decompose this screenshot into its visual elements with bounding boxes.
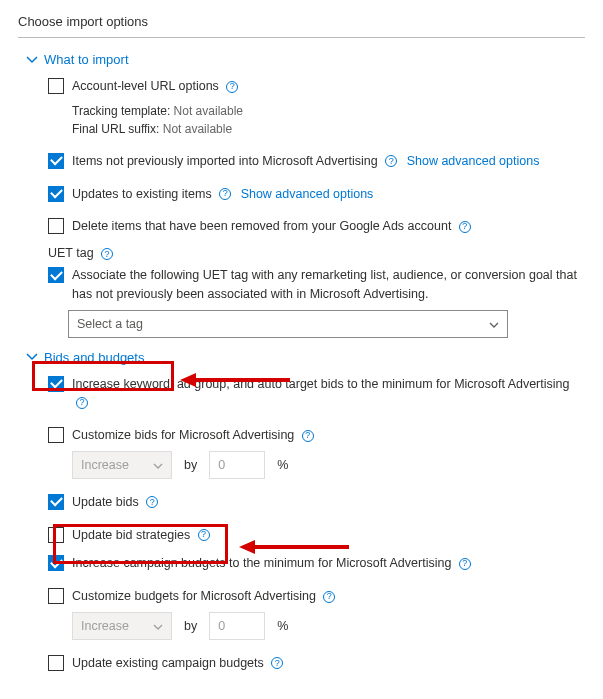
row-increase-budgets: Increase campaign budgets to the minimum… bbox=[48, 554, 585, 573]
checkbox-account-url[interactable] bbox=[48, 78, 64, 94]
checkbox-increase-budgets[interactable] bbox=[48, 555, 64, 571]
select-budget-operation[interactable]: Increase bbox=[72, 612, 172, 640]
help-icon[interactable]: ? bbox=[76, 397, 88, 409]
import-options-panel: Choose import options What to import Acc… bbox=[18, 14, 585, 673]
row-customize-bids: Customize bids for Microsoft Advertising… bbox=[48, 426, 585, 445]
checkbox-updates-existing[interactable] bbox=[48, 186, 64, 202]
help-icon[interactable]: ? bbox=[271, 657, 283, 669]
row-account-url: Account-level URL options ? bbox=[48, 77, 585, 96]
link-show-advanced-2[interactable]: Show advanced options bbox=[241, 187, 374, 201]
help-icon[interactable]: ? bbox=[302, 430, 314, 442]
customize-bids-controls: Increase by 0 % bbox=[72, 451, 585, 479]
label-items-not-imported: Items not previously imported into Micro… bbox=[72, 154, 378, 168]
row-update-bids: Update bids ? bbox=[48, 493, 585, 512]
accordion-bids-budgets[interactable]: Bids and budgets bbox=[26, 350, 585, 365]
row-updates-existing: Updates to existing items ? Show advance… bbox=[48, 185, 585, 204]
row-customize-budgets: Customize budgets for Microsoft Advertis… bbox=[48, 587, 585, 606]
label-customize-bids: Customize bids for Microsoft Advertising bbox=[72, 428, 294, 442]
row-delete-items: Delete items that have been removed from… bbox=[48, 217, 585, 236]
chevron-down-icon bbox=[489, 319, 499, 329]
help-icon[interactable]: ? bbox=[226, 81, 238, 93]
chevron-down-icon bbox=[26, 351, 38, 363]
label-associate-uet: Associate the following UET tag with any… bbox=[72, 266, 585, 304]
select-uet-tag[interactable]: Select a tag bbox=[68, 310, 508, 338]
help-icon[interactable]: ? bbox=[101, 248, 113, 260]
link-show-advanced-1[interactable]: Show advanced options bbox=[407, 154, 540, 168]
row-update-bid-strategies: Update bid strategies ? bbox=[48, 526, 585, 545]
accordion-what-to-import[interactable]: What to import bbox=[26, 52, 585, 67]
help-icon[interactable]: ? bbox=[146, 496, 158, 508]
checkbox-customize-bids[interactable] bbox=[48, 427, 64, 443]
page-title: Choose import options bbox=[18, 14, 585, 38]
input-budget-value[interactable]: 0 bbox=[209, 612, 265, 640]
customize-budgets-controls: Increase by 0 % bbox=[72, 612, 585, 640]
tracking-template-row: Tracking template: Not available bbox=[72, 102, 585, 120]
row-associate-uet: Associate the following UET tag with any… bbox=[48, 266, 585, 304]
unit-label: % bbox=[277, 458, 288, 472]
chevron-down-icon bbox=[153, 621, 163, 631]
select-bid-operation[interactable]: Increase bbox=[72, 451, 172, 479]
label-increase-budgets: Increase campaign budgets to the minimum… bbox=[72, 556, 451, 570]
label-delete-items: Delete items that have been removed from… bbox=[72, 219, 451, 233]
label-updates-existing: Updates to existing items bbox=[72, 187, 212, 201]
uet-tag-label: UET tag ? bbox=[48, 246, 585, 260]
row-update-budgets: Update existing campaign budgets ? bbox=[48, 654, 585, 673]
label-update-bid-strategies: Update bid strategies bbox=[72, 528, 190, 542]
label-customize-budgets: Customize budgets for Microsoft Advertis… bbox=[72, 589, 316, 603]
label-update-budgets: Update existing campaign budgets bbox=[72, 656, 264, 670]
help-icon[interactable]: ? bbox=[459, 558, 471, 570]
checkbox-delete-items[interactable] bbox=[48, 218, 64, 234]
chevron-down-icon bbox=[26, 54, 38, 66]
final-url-row: Final URL suffix: Not available bbox=[72, 120, 585, 138]
chevron-down-icon bbox=[153, 460, 163, 470]
help-icon[interactable]: ? bbox=[198, 529, 210, 541]
checkbox-associate-uet[interactable] bbox=[48, 267, 64, 283]
checkbox-items-not-imported[interactable] bbox=[48, 153, 64, 169]
checkbox-update-bids[interactable] bbox=[48, 494, 64, 510]
help-icon[interactable]: ? bbox=[219, 188, 231, 200]
label-increase-bids: Increase keyword, ad group, and auto tar… bbox=[72, 377, 569, 391]
row-increase-bids: Increase keyword, ad group, and auto tar… bbox=[48, 375, 585, 413]
label-update-bids: Update bids bbox=[72, 495, 139, 509]
checkbox-increase-bids[interactable] bbox=[48, 376, 64, 392]
help-icon[interactable]: ? bbox=[459, 221, 471, 233]
checkbox-update-budgets[interactable] bbox=[48, 655, 64, 671]
label-account-url: Account-level URL options bbox=[72, 79, 219, 93]
help-icon[interactable]: ? bbox=[385, 155, 397, 167]
input-bid-value[interactable]: 0 bbox=[209, 451, 265, 479]
checkbox-customize-budgets[interactable] bbox=[48, 588, 64, 604]
accordion-label: Bids and budgets bbox=[44, 350, 144, 365]
by-label: by bbox=[184, 619, 197, 633]
by-label: by bbox=[184, 458, 197, 472]
accordion-label: What to import bbox=[44, 52, 129, 67]
select-placeholder: Select a tag bbox=[77, 317, 143, 331]
unit-label: % bbox=[277, 619, 288, 633]
help-icon[interactable]: ? bbox=[323, 591, 335, 603]
checkbox-update-bid-strategies[interactable] bbox=[48, 527, 64, 543]
row-items-not-imported: Items not previously imported into Micro… bbox=[48, 152, 585, 171]
